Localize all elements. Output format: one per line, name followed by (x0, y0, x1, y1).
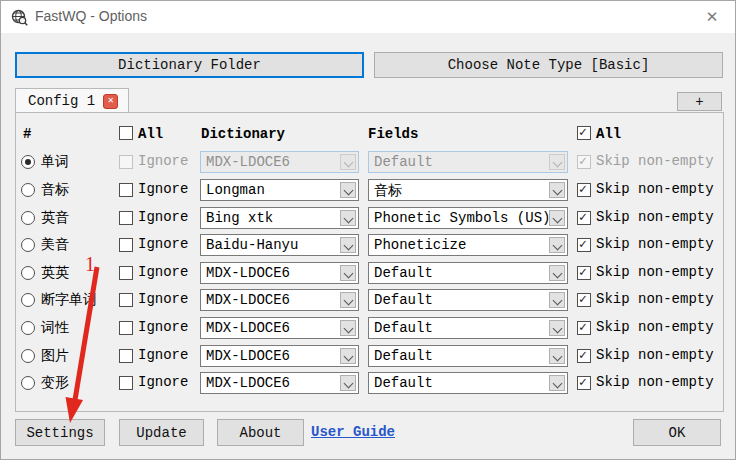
row-radio[interactable] (21, 183, 35, 197)
dictionary-select[interactable]: MDX-LDOCE6 (200, 345, 359, 367)
tab-label: Config 1 (28, 93, 95, 109)
skip-checkbox[interactable] (577, 376, 591, 390)
row-radio[interactable] (21, 293, 35, 307)
fields-select[interactable]: Phoneticize (368, 234, 568, 256)
update-button[interactable]: Update (119, 419, 204, 446)
dictionary-select[interactable]: Longman (200, 179, 359, 201)
fields-select[interactable]: Default (368, 345, 568, 367)
ignore-checkbox[interactable] (119, 349, 133, 363)
skip-label: Skip non-empty (596, 209, 714, 225)
ignore-label: Ignore (138, 374, 188, 390)
skip-checkbox[interactable] (577, 293, 591, 307)
close-icon[interactable]: ✕ (697, 5, 727, 29)
chevron-down-icon (549, 375, 565, 391)
fields-select[interactable]: 音标 (368, 179, 568, 201)
row-radio[interactable] (21, 376, 35, 390)
dictionary-value: Bing xtk (206, 210, 273, 226)
add-config-button[interactable]: + (677, 92, 722, 111)
skip-label: Skip non-empty (596, 319, 714, 335)
skip-checkbox[interactable] (577, 266, 591, 280)
row-radio[interactable] (21, 266, 35, 280)
row-radio[interactable] (21, 321, 35, 335)
row-radio[interactable] (21, 155, 35, 169)
ignore-label: Ignore (138, 264, 188, 280)
skip-label: Skip non-empty (596, 291, 714, 307)
user-guide-link[interactable]: User Guide (311, 424, 395, 440)
ignore-checkbox[interactable] (119, 293, 133, 307)
chevron-down-icon (340, 348, 356, 364)
settings-button[interactable]: Settings (15, 419, 105, 446)
tab-close-icon[interactable]: ✕ (103, 94, 118, 109)
fields-select[interactable]: Phonetic Symbols (US) (368, 207, 568, 229)
dictionary-select[interactable]: MDX-LDOCE6 (200, 317, 359, 339)
skip-checkbox[interactable] (577, 155, 591, 169)
ignore-label: Ignore (138, 181, 188, 197)
dictionary-value: MDX-LDOCE6 (206, 154, 290, 170)
chevron-down-icon (340, 154, 356, 170)
dictionary-select[interactable]: Baidu-Hanyu (200, 234, 359, 256)
ignore-checkbox[interactable] (119, 238, 133, 252)
dictionary-select[interactable]: MDX-LDOCE6 (200, 372, 359, 394)
ignore-label: Ignore (138, 236, 188, 252)
column-header-all-right: All (596, 125, 621, 143)
skip-label: Skip non-empty (596, 236, 714, 252)
skip-label: Skip non-empty (596, 374, 714, 390)
table-row: 图片 Ignore MDX-LDOCE6 Default Skip non-em… (1, 342, 736, 370)
ignore-checkbox[interactable] (119, 155, 133, 169)
skip-checkbox[interactable] (577, 183, 591, 197)
table-row: 英音 Ignore Bing xtk Phonetic Symbols (US)… (1, 204, 736, 232)
all-skip-checkbox[interactable] (577, 126, 591, 140)
row-label: 词性 (41, 319, 69, 337)
chevron-down-icon (340, 292, 356, 308)
fields-value: Phonetic Symbols (US) (374, 210, 550, 226)
dictionary-folder-button[interactable]: Dictionary Folder (15, 52, 364, 78)
row-radio[interactable] (21, 349, 35, 363)
chevron-down-icon (549, 210, 565, 226)
choose-note-type-button[interactable]: Choose Note Type [Basic] (374, 52, 723, 78)
ignore-checkbox[interactable] (119, 321, 133, 335)
chevron-down-icon (549, 320, 565, 336)
about-button[interactable]: About (217, 419, 304, 446)
ignore-checkbox[interactable] (119, 266, 133, 280)
fields-select[interactable]: Default (368, 372, 568, 394)
ignore-checkbox[interactable] (119, 183, 133, 197)
dictionary-select[interactable]: Bing xtk (200, 207, 359, 229)
ignore-checkbox[interactable] (119, 211, 133, 225)
fields-value: Phoneticize (374, 237, 466, 253)
skip-checkbox[interactable] (577, 211, 591, 225)
fields-value: 音标 (374, 182, 402, 200)
fields-value: Default (374, 154, 433, 170)
tab-config-1[interactable]: Config 1 ✕ (15, 88, 129, 113)
table-row: 词性 Ignore MDX-LDOCE6 Default Skip non-em… (1, 314, 736, 342)
all-ignore-checkbox[interactable] (119, 126, 133, 140)
fields-select[interactable]: Default (368, 262, 568, 284)
chevron-down-icon (340, 210, 356, 226)
chevron-down-icon (340, 320, 356, 336)
dictionary-value: MDX-LDOCE6 (206, 320, 290, 336)
table-row: 变形 Ignore MDX-LDOCE6 Default Skip non-em… (1, 369, 736, 397)
fields-select[interactable]: Default (368, 289, 568, 311)
ignore-checkbox[interactable] (119, 376, 133, 390)
row-label: 英音 (41, 209, 69, 227)
ignore-label: Ignore (138, 291, 188, 307)
chevron-down-icon (549, 237, 565, 253)
dictionary-select[interactable]: MDX-LDOCE6 (200, 262, 359, 284)
dictionary-value: MDX-LDOCE6 (206, 375, 290, 391)
skip-label: Skip non-empty (596, 181, 714, 197)
ignore-label: Ignore (138, 347, 188, 363)
ok-button[interactable]: OK (633, 419, 721, 446)
fields-select[interactable]: Default (368, 151, 568, 173)
annotation-step-number: 1 (85, 253, 95, 276)
row-radio[interactable] (21, 238, 35, 252)
dictionary-select[interactable]: MDX-LDOCE6 (200, 151, 359, 173)
skip-checkbox[interactable] (577, 349, 591, 363)
skip-checkbox[interactable] (577, 321, 591, 335)
title-bar: FastWQ - Options ✕ (1, 1, 735, 33)
dictionary-select[interactable]: MDX-LDOCE6 (200, 289, 359, 311)
column-header-fields: Fields (368, 125, 418, 143)
ignore-label: Ignore (138, 209, 188, 225)
row-radio[interactable] (21, 211, 35, 225)
fields-select[interactable]: Default (368, 317, 568, 339)
skip-checkbox[interactable] (577, 238, 591, 252)
chevron-down-icon (549, 348, 565, 364)
